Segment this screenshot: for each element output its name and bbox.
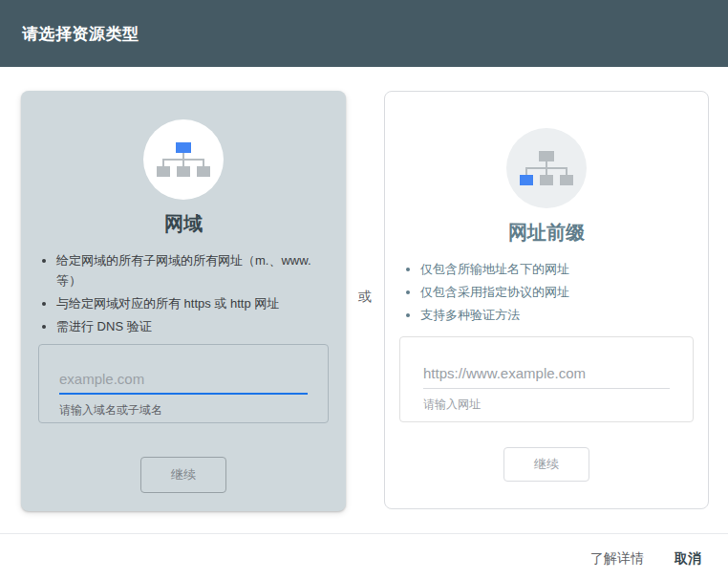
- list-item: 需进行 DNS 验证: [56, 316, 332, 336]
- domain-input[interactable]: [59, 367, 308, 395]
- url-prefix-card-title: 网址前缀: [385, 220, 708, 246]
- cancel-button[interactable]: 取消: [673, 547, 703, 571]
- url-prefix-input-helper: 请输入网址: [423, 397, 670, 413]
- domain-continue-button[interactable]: 继续: [140, 457, 226, 493]
- list-item: 支持多种验证方法: [420, 305, 695, 325]
- list-item: 与给定网域对应的所有 https 或 http 网址: [56, 293, 332, 313]
- dialog-header: 请选择资源类型: [0, 0, 728, 67]
- dialog-title: 请选择资源类型: [22, 23, 139, 45]
- sitemap-domain-icon: [157, 142, 210, 177]
- domain-icon-circle: [143, 119, 224, 200]
- list-item: 仅包含所输地址名下的网址: [420, 259, 695, 279]
- select-property-type-dialog: 请选择资源类型 网域 给定网域的所有子网域的所有网址（m.、www. 等） 与给…: [0, 0, 728, 580]
- url-prefix-input-container: 请输入网址: [399, 336, 694, 422]
- url-prefix-benefits-list: 仅包含所输地址名下的网址 仅包含采用指定协议的网址 支持多种验证方法: [385, 259, 695, 325]
- domain-card-title: 网域: [21, 211, 346, 237]
- domain-card[interactable]: 网域 给定网域的所有子网域的所有网址（m.、www. 等） 与给定网域对应的所有…: [21, 91, 346, 511]
- learn-more-link[interactable]: 了解详情: [589, 547, 646, 571]
- footer-divider: [0, 533, 728, 534]
- domain-input-helper: 请输入域名或子域名: [59, 402, 308, 419]
- sitemap-url-prefix-icon: [520, 151, 573, 185]
- url-prefix-icon-circle: [506, 128, 587, 208]
- domain-benefits-list: 给定网域的所有子网域的所有网址（m.、www. 等） 与给定网域对应的所有 ht…: [21, 250, 332, 336]
- list-item: 给定网域的所有子网域的所有网址（m.、www. 等）: [56, 250, 332, 290]
- dialog-footer: 了解详情 取消: [589, 547, 703, 571]
- url-prefix-continue-button[interactable]: 继续: [503, 447, 589, 482]
- url-prefix-input[interactable]: [423, 361, 670, 389]
- url-prefix-card[interactable]: 网址前缀 仅包含所输地址名下的网址 仅包含采用指定协议的网址 支持多种验证方法 …: [384, 91, 709, 509]
- or-divider-label: 或: [344, 289, 386, 306]
- domain-input-container: 请输入域名或子域名: [38, 344, 329, 423]
- list-item: 仅包含采用指定协议的网址: [420, 282, 695, 302]
